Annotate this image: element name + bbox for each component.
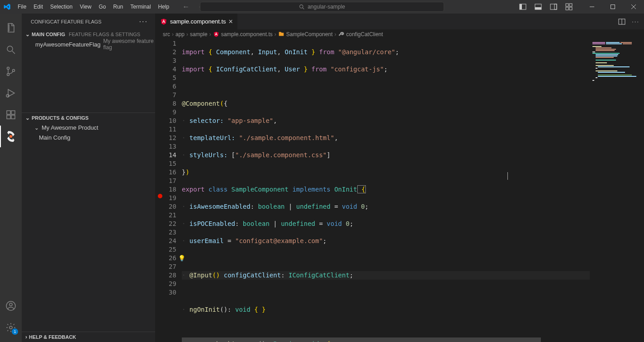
- search-icon: [299, 4, 305, 10]
- svg-rect-25: [11, 111, 15, 114]
- symbol-class-icon: [278, 31, 284, 37]
- breakpoint-icon[interactable]: [158, 194, 162, 198]
- breakpoint-gutter[interactable]: [156, 39, 165, 342]
- crumb-property[interactable]: configCatClient: [338, 31, 383, 37]
- more-actions-icon[interactable]: ···: [632, 18, 639, 25]
- symbol-property-icon: [338, 31, 344, 37]
- section-help-feedback[interactable]: › HELP & FEEDBACK: [22, 332, 155, 342]
- code-editor[interactable]: 1234567891011121314151617181920212223242…: [156, 39, 644, 342]
- line-number-gutter: 1234567891011121314151617181920212223242…: [165, 39, 182, 342]
- feature-flag-item[interactable]: myAwesomeFeatureFlag My awesome feature …: [22, 39, 155, 49]
- activity-accounts[interactable]: [0, 295, 22, 317]
- svg-point-29: [9, 326, 12, 329]
- settings-badge: 1: [12, 328, 18, 335]
- svg-line-17: [12, 51, 15, 54]
- crumb-app[interactable]: app: [175, 31, 185, 37]
- svg-point-19: [7, 74, 9, 76]
- angular-file-icon: [213, 31, 219, 37]
- activity-run-debug[interactable]: [0, 82, 22, 104]
- customize-layout-icon[interactable]: [565, 3, 573, 10]
- svg-line-1: [303, 8, 304, 9]
- svg-rect-7: [554, 4, 557, 9]
- svg-rect-3: [520, 4, 522, 9]
- svg-point-16: [7, 46, 13, 52]
- svg-rect-9: [569, 4, 572, 6]
- nav-back-icon[interactable]: ←: [182, 3, 189, 11]
- crumb-sample[interactable]: sample: [190, 31, 208, 37]
- svg-rect-24: [11, 115, 15, 119]
- chevron-down-icon: ⌄: [25, 115, 30, 121]
- svg-rect-22: [7, 111, 10, 114]
- sidebar: CONFIGCAT FEATURE FLAGS ··· ⌄ MAIN CONFI…: [22, 14, 156, 342]
- menu-help[interactable]: Help: [155, 2, 173, 12]
- code-content[interactable]: import { Component, Input, OnInit } from…: [182, 39, 590, 342]
- section-products-configs[interactable]: ⌄ PRODUCTS & CONFIGS: [22, 113, 155, 123]
- svg-point-21: [6, 94, 9, 97]
- chevron-down-icon: ⌄: [34, 125, 39, 131]
- crumb-src[interactable]: src: [163, 31, 170, 37]
- tab-filename: sample.component.ts: [170, 18, 226, 25]
- lightbulb-icon[interactable]: 💡: [178, 254, 185, 262]
- svg-point-20: [13, 70, 15, 72]
- activity-settings[interactable]: 1: [0, 317, 22, 338]
- svg-rect-8: [566, 4, 568, 6]
- chevron-right-icon: ›: [25, 334, 27, 340]
- tab-sample-component[interactable]: sample.component.ts ×: [156, 14, 238, 29]
- window-maximize-button[interactable]: [602, 0, 623, 14]
- chevron-down-icon: ⌄: [25, 31, 30, 37]
- svg-rect-5: [535, 7, 541, 9]
- layout-panel-icon[interactable]: [535, 3, 542, 10]
- svg-rect-13: [611, 5, 615, 9]
- menu-go[interactable]: Go: [95, 2, 109, 12]
- menu-edit[interactable]: Edit: [30, 2, 46, 12]
- split-editor-icon[interactable]: [618, 18, 625, 25]
- crumb-class[interactable]: SampleComponent: [278, 31, 333, 37]
- activity-bar: 1: [0, 14, 22, 342]
- command-center-text: angular-sample: [308, 4, 345, 10]
- menu-terminal[interactable]: Terminal: [127, 2, 154, 12]
- layout-sidebar-left-icon[interactable]: [519, 3, 526, 10]
- activity-search[interactable]: [0, 39, 22, 61]
- svg-rect-10: [566, 7, 568, 10]
- svg-point-28: [9, 303, 12, 306]
- breadcrumbs[interactable]: src › app › sample › sample.component.ts…: [156, 29, 644, 39]
- config-item[interactable]: Main Config: [22, 133, 155, 143]
- menu-run[interactable]: Run: [110, 2, 126, 12]
- editor-area: sample.component.ts × ··· src › app › sa…: [156, 14, 644, 342]
- horizontal-scrollbar[interactable]: [182, 337, 590, 342]
- activity-extensions[interactable]: [0, 104, 22, 126]
- minimap[interactable]: [590, 39, 644, 342]
- menu-file[interactable]: File: [14, 2, 29, 12]
- command-center[interactable]: angular-sample: [200, 2, 444, 12]
- activity-configcat[interactable]: [0, 126, 22, 147]
- svg-rect-6: [550, 4, 557, 9]
- crumb-file[interactable]: sample.component.ts: [213, 31, 273, 37]
- vscode-logo-icon: [4, 3, 11, 10]
- menu-view[interactable]: View: [76, 2, 95, 12]
- sidebar-more-icon[interactable]: ···: [139, 18, 148, 26]
- scrollbar-thumb[interactable]: [182, 337, 541, 342]
- product-item[interactable]: ⌄ My Awesome Product: [22, 123, 155, 133]
- svg-point-0: [300, 5, 303, 8]
- svg-rect-23: [7, 115, 10, 119]
- text-cursor: [507, 172, 508, 180]
- sidebar-title: CONFIGCAT FEATURE FLAGS: [31, 19, 101, 24]
- activity-explorer[interactable]: [0, 17, 22, 39]
- tab-close-icon[interactable]: ×: [229, 18, 233, 26]
- layout-sidebar-right-icon[interactable]: [550, 3, 557, 10]
- svg-rect-11: [569, 7, 572, 10]
- activity-source-control[interactable]: [0, 61, 22, 82]
- window-close-button[interactable]: [623, 0, 644, 14]
- titlebar: File Edit Selection View Go Run Terminal…: [0, 0, 644, 14]
- svg-point-26: [9, 135, 12, 138]
- window-minimize-button[interactable]: [582, 0, 602, 14]
- svg-point-18: [7, 67, 9, 70]
- tab-bar: sample.component.ts × ···: [156, 14, 644, 29]
- menu-selection[interactable]: Selection: [47, 2, 76, 12]
- angular-file-icon: [160, 18, 167, 25]
